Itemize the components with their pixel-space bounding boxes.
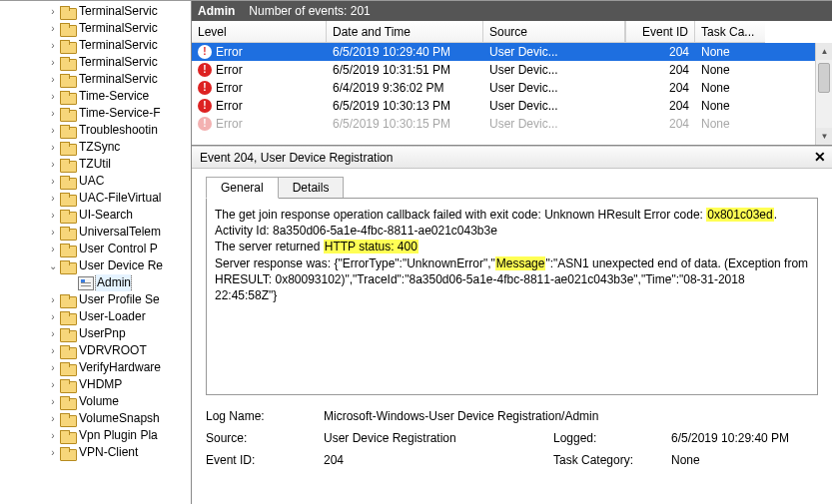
header-count: Number of events: 201 [249, 4, 370, 18]
prop-eventid-value: 204 [324, 453, 553, 467]
chevron-right-icon[interactable]: › [46, 207, 60, 224]
tree-item-label: TZSync [78, 139, 120, 156]
col-source[interactable]: Source [483, 21, 625, 43]
chevron-right-icon[interactable]: › [46, 122, 60, 139]
folder-icon [60, 361, 76, 375]
tree-item[interactable]: ›UAC [4, 173, 191, 190]
tab-details[interactable]: Details [278, 177, 345, 199]
cell-level: Error [216, 115, 243, 133]
scroll-down-icon[interactable]: ▼ [816, 128, 832, 145]
chevron-right-icon[interactable]: › [46, 20, 60, 37]
tree-item[interactable]: ›Time-Service [4, 88, 191, 105]
chevron-down-icon[interactable]: ⌄ [46, 257, 60, 274]
tree-item[interactable]: ›UniversalTelem [4, 224, 191, 241]
tree-item-label: UniversalTelem [78, 224, 161, 241]
folder-icon [60, 243, 76, 256]
tree-panel[interactable]: ›TerminalServic›TerminalServic›TerminalS… [0, 1, 192, 504]
scroll-up-icon[interactable]: ▲ [816, 43, 832, 60]
msg-highlight: Message [495, 256, 546, 270]
tree-item-label: Volume [78, 393, 119, 410]
chevron-right-icon[interactable]: › [46, 359, 60, 376]
chevron-right-icon[interactable]: › [46, 139, 60, 156]
tree-item[interactable]: ›TZSync [4, 139, 191, 156]
tree-item-label: User-Loader [78, 308, 146, 325]
cell-eventid: 204 [625, 43, 695, 61]
tree-item-label: User Device Re [78, 257, 163, 274]
tree-item[interactable]: ›VDRVROOT [4, 342, 191, 359]
chevron-right-icon[interactable]: › [46, 376, 60, 393]
folder-icon [60, 344, 76, 358]
tree-item[interactable]: ›Time-Service-F [4, 105, 191, 122]
chevron-right-icon[interactable]: › [46, 410, 60, 427]
chevron-right-icon[interactable]: › [46, 88, 60, 105]
tree-item[interactable]: ›UI-Search [4, 207, 191, 224]
folder-icon [60, 209, 76, 223]
tree-item[interactable]: ›User-Loader [4, 308, 191, 325]
folder-icon [60, 310, 76, 324]
chevron-right-icon[interactable]: › [46, 241, 60, 257]
col-eventid[interactable]: Event ID [625, 21, 695, 43]
tree-item[interactable]: ›UserPnp [4, 325, 191, 342]
tree-item[interactable]: ›VerifyHardware [4, 359, 191, 376]
folder-icon [60, 378, 76, 392]
chevron-right-icon[interactable]: › [46, 291, 60, 308]
close-icon[interactable]: ✕ [814, 149, 826, 165]
col-level[interactable]: Level [192, 21, 327, 43]
chevron-right-icon[interactable]: › [46, 156, 60, 173]
table-row[interactable]: !Error6/5/2019 10:30:13 PMUser Devic...2… [192, 97, 832, 115]
chevron-right-icon[interactable]: › [46, 325, 60, 342]
chevron-right-icon[interactable]: › [46, 71, 60, 88]
tree-item[interactable]: ›Vpn Plugin Pla [4, 427, 191, 444]
tree-item[interactable]: ›TZUtil [4, 156, 191, 173]
tree-item[interactable]: ›Volume [4, 393, 191, 410]
table-row[interactable]: !Error6/5/2019 10:30:15 PMUser Devic...2… [192, 115, 832, 133]
chevron-right-icon[interactable]: › [46, 444, 60, 461]
tree-item[interactable]: ›User Profile Se [4, 291, 191, 308]
chevron-right-icon[interactable]: › [46, 342, 60, 359]
tree-item-admin[interactable]: ›Admin [4, 274, 191, 291]
chevron-right-icon[interactable]: › [46, 427, 60, 444]
tree-item[interactable]: ›VHDMP [4, 376, 191, 393]
column-headers: Level Date and Time Source Event ID Task… [192, 21, 832, 43]
tab-general[interactable]: General [206, 177, 279, 199]
event-message[interactable]: The get join response operation callback… [206, 198, 818, 395]
cell-taskcat: None [695, 97, 765, 115]
col-taskcat[interactable]: Task Ca... [695, 21, 765, 43]
tree-item[interactable]: ›User Control P [4, 241, 191, 257]
tree-item[interactable]: ›TerminalServic [4, 20, 191, 37]
chevron-right-icon[interactable]: › [46, 190, 60, 207]
col-datetime[interactable]: Date and Time [327, 21, 483, 43]
tree-item[interactable]: ›VolumeSnapsh [4, 410, 191, 427]
tree-item-label: TerminalServic [78, 54, 158, 71]
cell-source: User Devic... [483, 97, 625, 115]
tree-item[interactable]: ›TerminalServic [4, 37, 191, 54]
tree-item-label: Time-Service [78, 88, 149, 105]
tree-item[interactable]: ›UAC-FileVirtual [4, 190, 191, 207]
table-row[interactable]: !Error6/5/2019 10:31:51 PMUser Devic...2… [192, 61, 832, 79]
tree-item[interactable]: ›VPN-Client [4, 444, 191, 461]
folder-icon [60, 90, 76, 104]
cell-taskcat: None [695, 43, 765, 61]
table-row[interactable]: !Error6/5/2019 10:29:40 PMUser Devic...2… [192, 43, 832, 61]
table-row[interactable]: !Error6/4/2019 9:36:02 PMUser Devic...20… [192, 79, 832, 97]
tree-item[interactable]: ›Troubleshootin [4, 122, 191, 139]
cell-taskcat: None [695, 115, 765, 133]
chevron-right-icon[interactable]: › [46, 224, 60, 241]
chevron-right-icon[interactable]: › [46, 393, 60, 410]
error-icon: ! [198, 117, 212, 131]
msg-highlight: HTTP status: 400 [324, 240, 418, 253]
chevron-right-icon[interactable]: › [46, 105, 60, 122]
folder-icon [60, 158, 76, 172]
chevron-right-icon[interactable]: › [46, 173, 60, 190]
list-scrollbar[interactable]: ▲ ▼ [815, 43, 832, 145]
chevron-right-icon[interactable]: › [46, 3, 60, 20]
tree-item[interactable]: ›TerminalServic [4, 54, 191, 71]
chevron-right-icon[interactable]: › [46, 37, 60, 54]
tree-item[interactable]: ›TerminalServic [4, 3, 191, 20]
chevron-right-icon[interactable]: › [46, 308, 60, 325]
tree-item-label: User Profile Se [78, 291, 160, 308]
chevron-right-icon[interactable]: › [46, 54, 60, 71]
tree-item[interactable]: ⌄User Device Re [4, 257, 191, 274]
scroll-thumb[interactable] [818, 63, 830, 93]
tree-item[interactable]: ›TerminalServic [4, 71, 191, 88]
